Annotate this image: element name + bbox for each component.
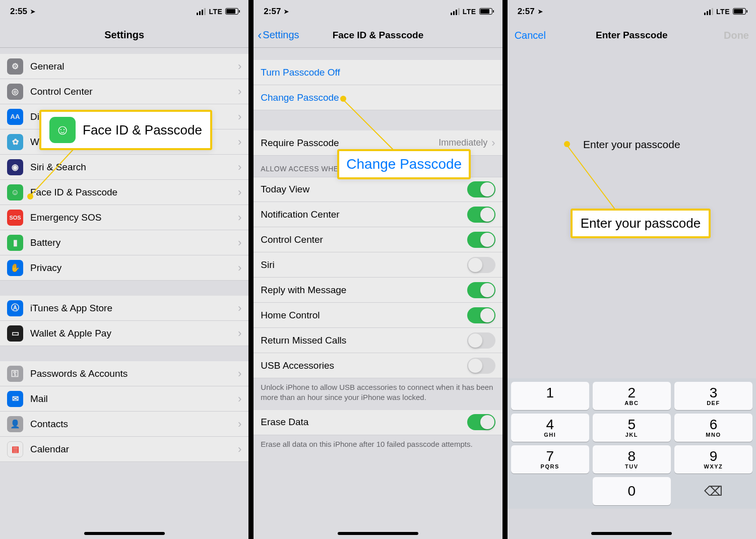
row-label: Control Center bbox=[30, 86, 238, 97]
row-passwords[interactable]: ⚿Passwords & Accounts› bbox=[0, 361, 248, 386]
key-6[interactable]: 6MNO bbox=[674, 414, 752, 442]
network-label: LTE bbox=[716, 8, 730, 16]
row-erase-data[interactable]: Erase Data bbox=[254, 410, 502, 435]
chevron-icon: › bbox=[238, 186, 241, 199]
chevron-icon: › bbox=[238, 110, 241, 123]
appstore-icon: Ⓐ bbox=[7, 300, 23, 316]
wallet-icon: ▭ bbox=[7, 325, 23, 342]
cancel-button[interactable]: Cancel bbox=[515, 30, 546, 41]
home-indicator[interactable] bbox=[338, 532, 418, 535]
row-label: Privacy bbox=[30, 262, 238, 274]
location-icon: ➤ bbox=[30, 8, 35, 15]
chevron-icon: › bbox=[491, 137, 495, 150]
row-toggle-usb-accessories[interactable]: USB Accessories bbox=[254, 353, 502, 378]
row-control-center[interactable]: ◎Control Center› bbox=[0, 79, 248, 104]
toggle-switch[interactable] bbox=[467, 181, 495, 197]
row-label: Mail bbox=[30, 393, 238, 405]
toggle-switch[interactable] bbox=[467, 207, 495, 223]
toggle-erase-data[interactable] bbox=[467, 414, 495, 430]
row-wallet[interactable]: ▭Wallet & Apple Pay› bbox=[0, 321, 248, 346]
toggle-switch[interactable] bbox=[467, 358, 495, 374]
sos-icon: SOS bbox=[7, 210, 23, 226]
toggle-switch[interactable] bbox=[467, 282, 495, 298]
row-toggle-home-control[interactable]: Home Control bbox=[254, 303, 502, 328]
key-2[interactable]: 2ABC bbox=[593, 382, 671, 410]
status-time: 2:55 bbox=[10, 7, 27, 17]
chevron-icon: › bbox=[238, 85, 241, 98]
row-calendar[interactable]: ▤Calendar› bbox=[0, 437, 248, 462]
mail-icon: ✉ bbox=[7, 391, 23, 407]
key-5[interactable]: 5JKL bbox=[593, 414, 671, 442]
row-mail[interactable]: ✉Mail› bbox=[0, 386, 248, 412]
row-contacts[interactable]: 👤Contacts› bbox=[0, 412, 248, 437]
row-toggle-control-center[interactable]: Control Center bbox=[254, 227, 502, 252]
contacts-icon: 👤 bbox=[7, 416, 23, 432]
network-label: LTE bbox=[209, 8, 222, 16]
toggle-switch[interactable] bbox=[467, 257, 495, 273]
faceid-icon: ☺ bbox=[7, 184, 23, 200]
battery-icon bbox=[733, 8, 746, 15]
row-toggle-siri[interactable]: Siri bbox=[254, 252, 502, 278]
footer-erase: Erase all data on this iPhone after 10 f… bbox=[254, 435, 502, 456]
navbar-title: Face ID & Passcode bbox=[333, 30, 424, 41]
calendar-icon: ▤ bbox=[7, 441, 23, 457]
passcode-prompt: Enter your passcode bbox=[508, 139, 756, 151]
row-label: Wallet & Apple Pay bbox=[30, 328, 238, 339]
link-label: Change Passcode bbox=[261, 92, 495, 103]
status-bar: 2:55➤ LTE bbox=[0, 0, 248, 23]
row-itunes-appstore[interactable]: ⒶiTunes & App Store› bbox=[0, 296, 248, 321]
row-emergency-sos[interactable]: SOSEmergency SOS› bbox=[0, 205, 248, 230]
row-label: Siri bbox=[261, 259, 467, 271]
row-general[interactable]: ⚙General› bbox=[0, 54, 248, 79]
location-icon: ➤ bbox=[284, 8, 289, 15]
back-button[interactable]: ‹Settings bbox=[258, 29, 299, 41]
row-toggle-reply-with-message[interactable]: Reply with Message bbox=[254, 278, 502, 303]
chevron-icon: › bbox=[238, 392, 241, 406]
text-size-icon: AA bbox=[7, 109, 23, 125]
key-8[interactable]: 8TUV bbox=[593, 445, 671, 474]
link-change-passcode[interactable]: Change Passcode bbox=[254, 85, 502, 110]
home-indicator[interactable] bbox=[84, 532, 165, 535]
row-siri[interactable]: ◉Siri & Search› bbox=[0, 155, 248, 180]
battery-row-icon: ▮ bbox=[7, 235, 23, 251]
home-indicator[interactable] bbox=[591, 532, 672, 535]
key-9[interactable]: 9WXYZ bbox=[674, 445, 752, 474]
row-toggle-today-view[interactable]: Today View bbox=[254, 177, 502, 202]
key-3[interactable]: 3DEF bbox=[674, 382, 752, 410]
link-turn-passcode-off[interactable]: Turn Passcode Off bbox=[254, 60, 502, 85]
toggle-switch[interactable] bbox=[467, 307, 495, 323]
key-0[interactable]: 0 bbox=[593, 477, 671, 505]
key-7[interactable]: 7PQRS bbox=[511, 445, 589, 474]
chevron-left-icon: ‹ bbox=[258, 29, 262, 41]
key-4[interactable]: 4GHI bbox=[511, 414, 589, 442]
battery-icon bbox=[225, 8, 238, 15]
row-detail: Immediately bbox=[438, 138, 487, 148]
chevron-icon: › bbox=[238, 261, 241, 275]
row-faceid-passcode[interactable]: ☺Face ID & Passcode› bbox=[0, 180, 248, 205]
row-label: Return Missed Calls bbox=[261, 335, 467, 346]
row-privacy[interactable]: ✋Privacy› bbox=[0, 255, 248, 281]
row-toggle-return-missed-calls[interactable]: Return Missed Calls bbox=[254, 328, 502, 353]
navbar-title: Enter Passcode bbox=[596, 30, 668, 41]
row-battery[interactable]: ▮Battery› bbox=[0, 230, 248, 255]
row-label: Emergency SOS bbox=[30, 212, 238, 223]
callout-marker bbox=[564, 141, 570, 147]
row-label: Passwords & Accounts bbox=[30, 368, 238, 379]
network-label: LTE bbox=[463, 8, 476, 16]
toggle-switch[interactable] bbox=[467, 232, 495, 248]
backspace-key[interactable]: ⌫ bbox=[674, 477, 752, 505]
callout-text: Change Passcode bbox=[346, 156, 462, 172]
chevron-icon: › bbox=[238, 236, 241, 249]
toggle-switch[interactable] bbox=[467, 332, 495, 349]
signal-icon bbox=[704, 8, 713, 15]
svg-line-2 bbox=[566, 145, 619, 215]
back-label: Settings bbox=[263, 29, 299, 41]
callout-change-passcode: Change Passcode bbox=[337, 149, 471, 179]
navbar: ‹Settings Face ID & Passcode bbox=[254, 23, 502, 48]
key-1[interactable]: 1 bbox=[511, 382, 589, 410]
row-toggle-notification-center[interactable]: Notification Center bbox=[254, 202, 502, 227]
done-button[interactable]: Done bbox=[724, 30, 749, 41]
battery-icon bbox=[479, 8, 492, 15]
row-label: iTunes & App Store bbox=[30, 303, 238, 314]
chevron-icon: › bbox=[238, 136, 241, 149]
